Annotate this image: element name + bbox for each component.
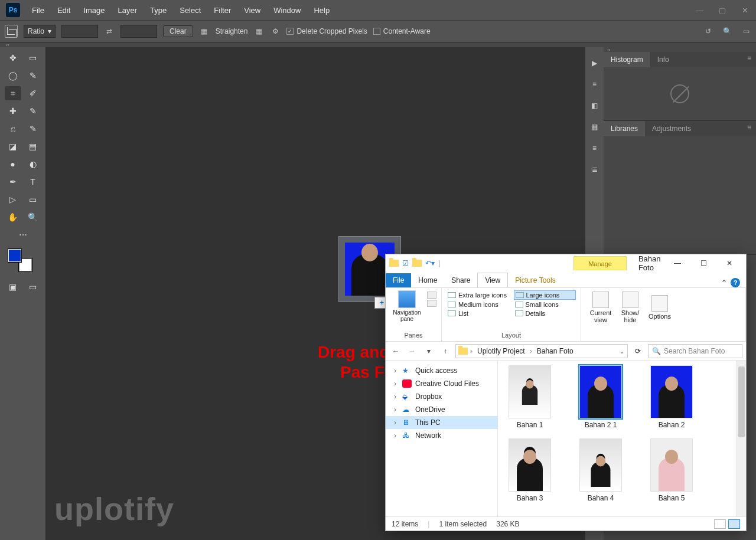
ratio-dropdown[interactable]: Ratio▾	[24, 25, 56, 38]
screenmode-icon[interactable]: ▭	[25, 280, 41, 294]
gear-icon[interactable]: ⚙	[270, 26, 281, 37]
explorer-maximize-button[interactable]: ☐	[690, 255, 716, 271]
zoom-tool-icon[interactable]: 🔍	[25, 210, 41, 224]
marquee-tool-icon[interactable]: ▭	[25, 51, 41, 65]
file-item[interactable]: Bahan 3	[501, 438, 558, 502]
chevron-down-icon[interactable]: ⌄	[619, 347, 625, 355]
layout-medium[interactable]: Medium icons	[447, 300, 509, 309]
stamp-tool-icon[interactable]: ⎌	[5, 122, 21, 136]
breadcrumb[interactable]: Uplotify Project	[475, 347, 527, 355]
menu-view[interactable]: View	[238, 4, 266, 17]
reset-icon[interactable]: ↺	[703, 26, 713, 37]
foreground-color[interactable]	[8, 249, 21, 262]
tab-histogram[interactable]: Histogram	[604, 52, 650, 67]
tab-home[interactable]: Home	[411, 273, 444, 287]
file-item[interactable]: Bahan 1	[501, 365, 558, 429]
overlay-grid-icon[interactable]: ▦	[253, 26, 264, 37]
hand-tool-icon[interactable]: ✋	[5, 210, 21, 224]
file-item[interactable]: Bahan 5	[643, 438, 700, 502]
explorer-close-button[interactable]: ✕	[716, 255, 742, 271]
collapse-strip[interactable]: ‹‹	[0, 42, 756, 47]
char-icon[interactable]: ≡	[592, 144, 597, 152]
details-view-button[interactable]	[714, 519, 726, 529]
file-item[interactable]: Bahan 2	[643, 365, 700, 429]
folder-icon[interactable]	[389, 260, 399, 267]
file-list[interactable]: Bahan 1 Bahan 2 1 Bahan 2 Bahan 3 Bahan …	[498, 361, 737, 516]
gradient-tool-icon[interactable]: ▤	[25, 139, 41, 153]
search-icon[interactable]: 🔍	[722, 26, 732, 37]
paragraph-icon[interactable]: ≣	[592, 165, 598, 174]
icons-view-button[interactable]	[728, 519, 740, 529]
tree-creative-cloud[interactable]: ›Creative Cloud Files	[386, 377, 497, 390]
delete-cropped-checkbox[interactable]: ✓Delete Cropped Pixels	[286, 27, 367, 35]
lasso-tool-icon[interactable]: ◯	[5, 68, 21, 83]
file-item[interactable]: Bahan 4	[572, 438, 629, 502]
blur-tool-icon[interactable]: ●	[5, 157, 21, 171]
menu-type[interactable]: Type	[144, 4, 172, 17]
more-tools-icon[interactable]: ⋯	[15, 228, 31, 242]
crop-tool-icon[interactable]	[5, 25, 18, 38]
menu-filter[interactable]: Filter	[208, 4, 237, 17]
panel-menu-icon[interactable]: ≡	[742, 52, 756, 67]
help-icon[interactable]: ?	[731, 278, 740, 287]
layout-list[interactable]: List	[447, 309, 509, 318]
preview-pane-button[interactable]	[427, 292, 436, 299]
file-item-selected[interactable]: Bahan 2 1	[572, 365, 629, 429]
eraser-tool-icon[interactable]: ◪	[5, 139, 21, 153]
brush-tool-icon[interactable]: ✎	[25, 104, 41, 118]
undo-icon[interactable]: ↶▾	[425, 259, 435, 267]
menu-edit[interactable]: Edit	[51, 4, 76, 17]
shape-tool-icon[interactable]: ▭	[25, 192, 41, 207]
straighten-icon[interactable]: ▦	[199, 26, 210, 37]
layout-small[interactable]: Small icons	[514, 300, 576, 309]
details-pane-button[interactable]	[427, 300, 436, 307]
tree-network[interactable]: ›🖧Network	[386, 429, 497, 442]
tab-info[interactable]: Info	[650, 52, 676, 67]
menu-help[interactable]: Help	[308, 4, 335, 17]
play-icon[interactable]: ▶	[592, 59, 597, 67]
breadcrumb[interactable]: Bahan Foto	[535, 347, 576, 355]
close-button[interactable]: ✕	[734, 3, 756, 17]
dodge-tool-icon[interactable]: ◐	[25, 157, 41, 171]
tab-adjustments[interactable]: Adjustments	[645, 121, 698, 136]
minimize-button[interactable]: —	[689, 3, 711, 17]
tree-quick-access[interactable]: ›★Quick access	[386, 364, 497, 377]
content-aware-checkbox[interactable]: Content-Aware	[373, 27, 431, 35]
straighten-label[interactable]: Straighten	[216, 27, 248, 35]
healing-tool-icon[interactable]: ✚	[5, 104, 21, 118]
scrollbar[interactable]	[737, 361, 746, 516]
menu-file[interactable]: File	[26, 4, 50, 17]
search-input[interactable]: 🔍Search Bahan Foto	[648, 344, 742, 358]
explorer-titlebar[interactable]: ☑ ↶▾ | Manage Bahan Foto — ☐ ✕	[386, 254, 746, 272]
tree-onedrive[interactable]: ›☁OneDrive	[386, 403, 497, 416]
menu-layer[interactable]: Layer	[112, 4, 144, 17]
clear-button[interactable]: Clear	[163, 25, 193, 37]
menu-image[interactable]: Image	[77, 4, 110, 17]
workspace-icon[interactable]: ▭	[741, 26, 751, 37]
swatch-icon[interactable]: ▦	[591, 123, 598, 131]
nav-up-button[interactable]: ↑	[439, 345, 452, 358]
quickmask-icon[interactable]: ▣	[5, 280, 21, 294]
tree-dropbox[interactable]: ›⬙Dropbox	[386, 390, 497, 403]
tree-this-pc[interactable]: ›🖥This PC	[386, 416, 497, 429]
tab-share[interactable]: Share	[444, 273, 477, 287]
layout-details[interactable]: Details	[514, 309, 576, 318]
panel-collapse-icon[interactable]: ‹‹	[604, 47, 756, 52]
tab-file[interactable]: File	[386, 273, 411, 287]
tab-picture-tools[interactable]: Picture Tools	[508, 273, 562, 287]
quick-select-tool-icon[interactable]: ✎	[25, 68, 41, 83]
path-select-icon[interactable]: ▷	[5, 192, 21, 207]
address-bar[interactable]: › Uplotify Project › Bahan Foto ⌄	[455, 344, 628, 358]
tab-libraries[interactable]: Libraries	[604, 121, 645, 136]
nav-back-button[interactable]: ←	[389, 345, 402, 358]
panel-menu-icon[interactable]: ≡	[742, 121, 756, 136]
menu-window[interactable]: Window	[268, 4, 307, 17]
show-hide-button[interactable]: Show/ hide	[615, 290, 645, 325]
type-tool-icon[interactable]: T	[25, 175, 41, 189]
menu-select[interactable]: Select	[174, 4, 207, 17]
layout-large[interactable]: Large icons	[514, 290, 576, 300]
crop-tool-icon[interactable]: ⌗	[5, 86, 21, 100]
levels-icon[interactable]: ≡	[592, 80, 597, 89]
crop-width-input[interactable]	[61, 25, 98, 38]
manage-tab[interactable]: Manage	[573, 256, 627, 270]
